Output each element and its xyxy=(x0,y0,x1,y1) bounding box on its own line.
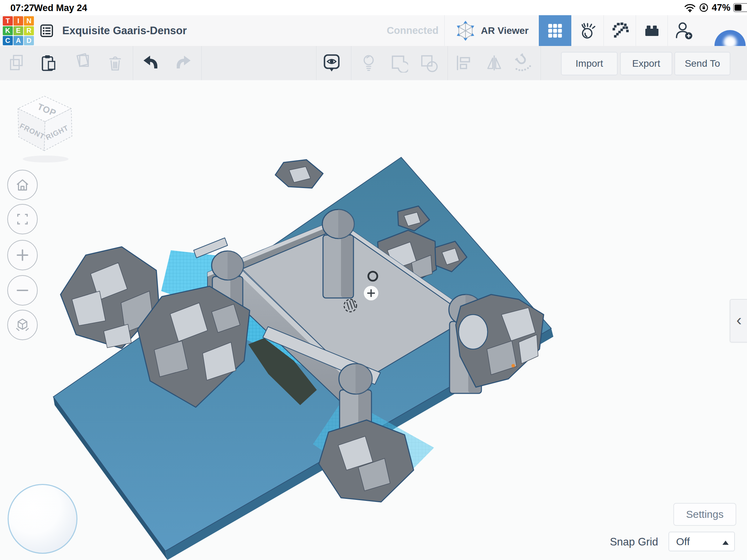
pickaxe-icon xyxy=(610,21,630,41)
copy-button[interactable] xyxy=(5,50,30,76)
snap-grid-value: Off xyxy=(676,536,690,548)
import-button[interactable]: Import xyxy=(561,52,618,75)
clock: 07:27 xyxy=(10,3,34,13)
sim-lab-apple-icon xyxy=(578,21,598,41)
view-cube[interactable]: TOP FRONT RIGHT xyxy=(14,93,80,165)
delete-button[interactable] xyxy=(102,50,128,76)
home-view-button[interactable] xyxy=(7,170,38,200)
3d-viewport[interactable]: TOP FRONT RIGHT ‹ Settings Snap Grid Off xyxy=(0,80,747,560)
chevron-left-icon: ‹ xyxy=(736,312,741,328)
bricks-button[interactable] xyxy=(636,15,667,46)
snap-grid-label: Snap Grid xyxy=(567,536,658,548)
date: Wed May 24 xyxy=(34,3,87,13)
brick-icon xyxy=(642,21,662,40)
ar-viewer-button[interactable]: AR Viewer xyxy=(444,15,539,46)
show-all-button[interactable] xyxy=(319,50,344,76)
divider xyxy=(448,46,448,80)
divider xyxy=(201,46,202,80)
logo-tile-E: E xyxy=(13,26,24,36)
mirror-button[interactable] xyxy=(481,50,507,76)
design-menu-icon[interactable] xyxy=(40,24,53,39)
align-button[interactable] xyxy=(450,50,476,76)
light-button[interactable] xyxy=(356,50,381,76)
rock-cluster-front[interactable] xyxy=(319,420,414,502)
status-bar: 07:27 Wed May 24 47% xyxy=(0,0,747,15)
raise-plus-handle[interactable] xyxy=(364,286,378,300)
design-title[interactable]: Exquisite Gaaris-Densor xyxy=(62,15,187,46)
logo-tile-N: N xyxy=(24,16,34,26)
add-person-button[interactable] xyxy=(668,15,700,46)
tinkercad-logo[interactable]: TIN KER CAD xyxy=(3,16,34,45)
toolbar: Import Export Send To xyxy=(0,46,747,81)
ungroup-button[interactable] xyxy=(415,50,441,76)
ar-cube-icon xyxy=(455,20,476,41)
undo-button[interactable] xyxy=(138,50,163,76)
header: TIN KER CAD Exquisite Gaaris-Densor Conn… xyxy=(0,15,747,46)
snap-grid-dropdown[interactable]: Off xyxy=(668,532,735,551)
group-button[interactable] xyxy=(386,50,411,76)
logo-tile-T: T xyxy=(3,16,13,26)
logo-tile-D: D xyxy=(24,36,34,45)
grid-icon xyxy=(545,20,565,41)
logo-tile-I: I xyxy=(13,16,24,26)
shapes-grid-button[interactable] xyxy=(539,15,571,46)
logo-tile-K: K xyxy=(3,26,13,36)
orientation-lock-icon xyxy=(699,3,708,12)
logo-tile-R: R xyxy=(24,26,34,36)
rock-cluster-top[interactable] xyxy=(275,160,323,188)
divider xyxy=(316,46,316,80)
perspective-toggle-button[interactable] xyxy=(7,310,38,340)
logo-tile-C: C xyxy=(3,36,13,45)
send-to-button[interactable]: Send To xyxy=(674,52,730,75)
battery-icon xyxy=(733,3,747,12)
minecraft-button[interactable] xyxy=(604,15,636,46)
export-button[interactable]: Export xyxy=(620,52,672,75)
settings-button[interactable]: Settings xyxy=(673,503,736,526)
dropdown-arrow-icon xyxy=(722,541,729,545)
scene[interactable] xyxy=(0,80,747,560)
divider xyxy=(351,46,351,80)
redo-button[interactable] xyxy=(171,50,196,76)
add-person-icon xyxy=(674,21,694,41)
orbit-joystick[interactable] xyxy=(8,484,77,554)
panel-collapse-handle[interactable]: ‹ xyxy=(730,299,747,343)
battery-percent: 47% xyxy=(712,2,730,13)
zoom-in-button[interactable] xyxy=(7,240,38,270)
fit-view-button[interactable] xyxy=(7,204,38,234)
rock-cluster-right[interactable] xyxy=(456,295,544,387)
wifi-icon xyxy=(684,3,696,12)
divider xyxy=(133,46,133,80)
sim-lab-button[interactable] xyxy=(571,15,603,46)
snap-magnet-button[interactable] xyxy=(509,50,535,76)
orange-marker xyxy=(511,364,515,367)
connection-status: Connected xyxy=(360,15,439,46)
paste-button[interactable] xyxy=(36,50,62,76)
ar-viewer-label: AR Viewer xyxy=(481,25,529,36)
duplicate-button[interactable] xyxy=(69,50,95,76)
tower-back[interactable] xyxy=(322,209,354,298)
zoom-out-button[interactable] xyxy=(7,275,38,306)
logo-tile-A: A xyxy=(13,36,24,45)
divider xyxy=(541,46,541,80)
